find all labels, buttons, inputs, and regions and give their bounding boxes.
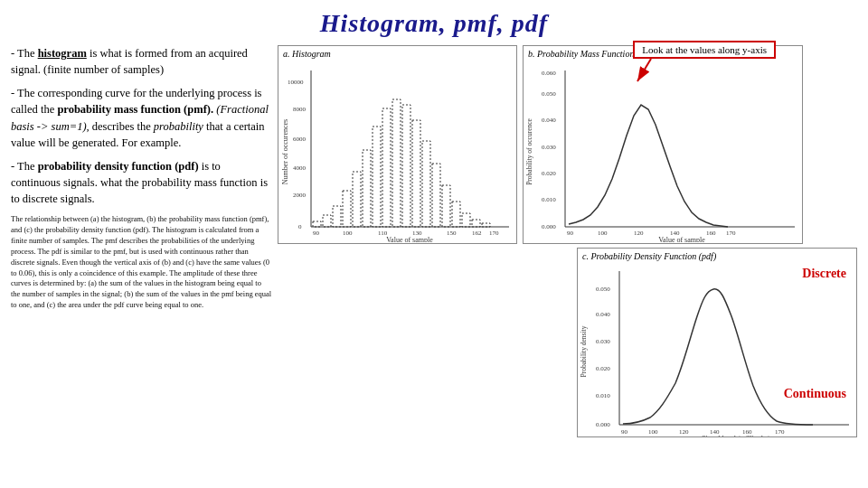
paragraph-pmf: - The corresponding curve for the underl… — [11, 85, 272, 151]
svg-text:0.030: 0.030 — [542, 144, 556, 151]
svg-text:Signal level (millivolts): Signal level (millivolts) — [702, 435, 770, 437]
svg-rect-18 — [382, 108, 391, 227]
svg-text:0.010: 0.010 — [596, 392, 610, 399]
svg-text:0.030: 0.030 — [596, 338, 610, 345]
svg-text:150: 150 — [447, 230, 457, 237]
look-at-label: Look at the values along y-axis — [633, 41, 776, 59]
charts-area: Look at the values along y-axis a. Histo… — [278, 45, 857, 437]
chart-c-title: c. Probability Density Function (pdf) — [578, 249, 856, 264]
pdf-term: probability density function (pdf) — [38, 160, 199, 173]
svg-text:100: 100 — [598, 230, 608, 237]
continuous-label: Continuous — [784, 387, 846, 401]
histogram-chart: a. Histogram Number of occurences 0 2000… — [278, 45, 517, 244]
svg-text:0.050: 0.050 — [542, 90, 556, 98]
svg-text:0.000: 0.000 — [596, 421, 610, 428]
paragraph-histogram: - The histogram is what is formed from a… — [11, 45, 272, 78]
content-area: - The histogram is what is formed from a… — [11, 45, 857, 437]
svg-rect-12 — [323, 215, 331, 227]
svg-rect-13 — [333, 206, 341, 227]
svg-text:90: 90 — [621, 428, 628, 436]
page-container: Histogram, pmf, pdf - The histogram is w… — [0, 0, 868, 488]
svg-rect-21 — [412, 120, 420, 227]
svg-rect-14 — [343, 191, 351, 227]
svg-rect-11 — [313, 221, 321, 227]
svg-text:0.000: 0.000 — [542, 223, 556, 230]
svg-text:4000: 4000 — [293, 164, 307, 172]
svg-text:90: 90 — [567, 230, 574, 237]
bottom-charts-row: c. Probability Density Function (pdf) Pr… — [278, 248, 857, 437]
svg-text:2000: 2000 — [293, 192, 307, 199]
svg-text:170: 170 — [726, 230, 736, 237]
svg-text:Value of sample: Value of sample — [658, 236, 705, 242]
svg-text:120: 120 — [679, 428, 689, 436]
svg-rect-25 — [452, 202, 460, 227]
svg-text:170: 170 — [489, 230, 499, 237]
svg-text:0.050: 0.050 — [596, 286, 610, 293]
arrow-svg — [633, 59, 705, 86]
svg-text:0.020: 0.020 — [596, 365, 610, 372]
svg-text:0.040: 0.040 — [542, 117, 556, 124]
svg-rect-15 — [353, 172, 361, 227]
svg-rect-20 — [402, 105, 410, 227]
svg-text:160: 160 — [706, 230, 716, 237]
svg-text:Probability density: Probability density — [580, 325, 588, 377]
svg-text:Probability of occurence: Probability of occurence — [525, 117, 533, 184]
svg-rect-26 — [462, 213, 470, 227]
histogram-term: histogram — [38, 47, 87, 60]
svg-line-1 — [637, 59, 651, 81]
pmf-term: probability mass function (pmf). — [57, 103, 213, 116]
svg-text:0.060: 0.060 — [542, 70, 556, 77]
left-text-column: - The histogram is what is formed from a… — [11, 45, 278, 437]
svg-rect-16 — [363, 150, 371, 227]
pdf-svg: Probability density 0.000 0.010 0.020 0.… — [578, 264, 857, 437]
svg-rect-23 — [432, 164, 440, 227]
svg-text:10000: 10000 — [288, 79, 304, 86]
svg-rect-19 — [392, 99, 401, 227]
svg-text:100: 100 — [343, 230, 353, 237]
pmf-svg: Probability of occurence 0.000 0.010 0.0… — [524, 61, 803, 242]
svg-text:0.040: 0.040 — [596, 311, 610, 318]
chart-a-title: a. Histogram — [278, 46, 516, 61]
svg-text:162: 162 — [472, 230, 482, 237]
probability-italic: probability — [154, 120, 203, 133]
svg-rect-22 — [422, 141, 430, 227]
svg-text:Value of sample: Value of sample — [386, 236, 433, 242]
discrete-label: Discrete — [802, 267, 846, 281]
svg-text:170: 170 — [775, 428, 785, 436]
svg-text:0.020: 0.020 — [542, 170, 556, 177]
svg-text:90: 90 — [313, 230, 320, 237]
svg-rect-27 — [472, 220, 480, 227]
svg-rect-17 — [373, 127, 381, 227]
svg-text:0: 0 — [298, 223, 302, 230]
paragraph-pdf: - The probability density function (pdf)… — [11, 158, 272, 207]
page-title: Histogram, pmf, pdf — [11, 9, 857, 38]
bottom-caption: The relationship between (a) the histogr… — [11, 214, 272, 311]
svg-text:100: 100 — [648, 428, 658, 436]
svg-text:6000: 6000 — [293, 136, 307, 143]
svg-text:0.010: 0.010 — [542, 196, 556, 203]
histogram-svg: Number of occurences 0 2000 4000 6000 80… — [278, 61, 517, 242]
look-at-box: Look at the values along y-axis — [633, 41, 776, 86]
svg-rect-28 — [482, 223, 490, 227]
svg-rect-24 — [442, 185, 450, 227]
svg-text:Number of occurences: Number of occurences — [281, 119, 289, 184]
svg-text:120: 120 — [634, 230, 644, 237]
svg-text:8000: 8000 — [293, 106, 307, 113]
